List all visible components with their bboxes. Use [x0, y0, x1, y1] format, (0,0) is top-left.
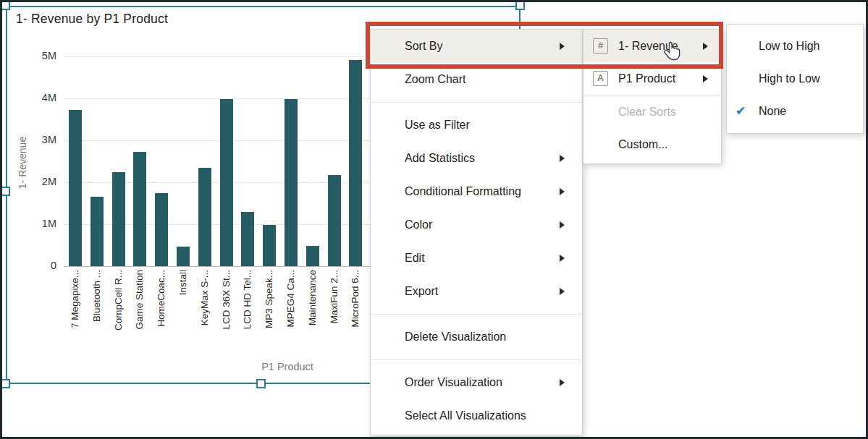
menu-item-label: Color — [405, 218, 432, 231]
submenu-arrow-icon — [560, 255, 565, 262]
bar-1[interactable] — [90, 197, 104, 266]
bar-9[interactable] — [263, 225, 276, 266]
bar-10[interactable] — [285, 99, 298, 266]
x-tick-label: MP3 Speak... — [264, 270, 275, 364]
bar-8[interactable] — [241, 212, 254, 266]
menu-item-label: Add Statistics — [405, 152, 475, 164]
menu-item-high-to-low[interactable]: High to Low — [727, 62, 863, 95]
x-tick-label: CompCell R... — [113, 270, 125, 364]
x-tick-label: LCD 36X St... — [221, 270, 232, 364]
submenu-arrow-icon — [560, 221, 565, 229]
x-tick-label: MPEG4 Ca... — [285, 270, 297, 364]
bar-12[interactable] — [328, 175, 341, 266]
selection-handle[interactable] — [1, 1, 10, 10]
menu-item-label: Conditional Formatting — [405, 185, 521, 197]
menu-item-label: Zoom Chart — [405, 73, 465, 85]
selection-border-top — [6, 6, 521, 7]
y-tick-label: 4M — [20, 92, 56, 103]
bar-11[interactable] — [306, 246, 319, 266]
menu-item-label: None — [759, 105, 786, 117]
submenu-arrow-icon — [560, 379, 565, 386]
bar-7[interactable] — [220, 99, 233, 266]
menu-item-order-visualization[interactable]: Order Visualization — [371, 366, 582, 399]
menu-item-label: Use as Filter — [405, 119, 470, 131]
sort-direction-submenu: Low to HighHigh to Low✔None — [726, 24, 864, 134]
bar-13[interactable] — [349, 60, 362, 266]
submenu-arrow-icon — [560, 188, 565, 195]
bar-2[interactable] — [112, 172, 125, 266]
text-type-icon: A — [593, 71, 608, 86]
menu-item-label: Custom... — [618, 138, 667, 150]
x-tick-label: Bluetooth ... — [91, 270, 103, 364]
menu-item-add-statistics[interactable]: Add Statistics — [371, 142, 582, 175]
x-tick-label: Game Station — [134, 270, 146, 364]
x-tick-label: 7 Megapixe... — [69, 270, 81, 364]
menu-item-label: High to Low — [759, 72, 820, 85]
menu-item-export[interactable]: Export — [371, 275, 582, 308]
menu-item-none[interactable]: ✔None — [727, 95, 863, 127]
menu-item-low-to-high[interactable]: Low to High — [727, 30, 863, 62]
check-icon: ✔ — [736, 95, 746, 127]
selection-handle[interactable] — [1, 187, 10, 196]
x-axis-title: P1 Product — [244, 361, 331, 372]
selection-handle[interactable] — [515, 1, 525, 10]
selection-handle[interactable] — [1, 379, 10, 388]
submenu-arrow-icon — [703, 75, 708, 82]
context-menu: Sort ByZoom ChartUse as FilterAdd Statis… — [370, 29, 583, 435]
cursor-pointer-icon — [663, 41, 683, 62]
menu-item-use-as-filter[interactable]: Use as Filter — [371, 108, 582, 142]
bar-4[interactable] — [155, 193, 168, 267]
y-axis-title: 1- Revenue — [17, 119, 28, 206]
x-tick-label: MaxiFun 2... — [329, 270, 340, 364]
x-tick-label: HomeCoac... — [156, 270, 167, 364]
menu-item-clear-sorts: Clear Sorts — [583, 95, 721, 128]
x-tick-label: Install — [177, 270, 189, 364]
menu-separator — [371, 314, 582, 315]
y-tick-label: 2M — [20, 176, 56, 187]
menu-item-label: Delete Visualization — [405, 331, 506, 343]
bar-5[interactable] — [177, 247, 190, 266]
y-tick-label: 1M — [20, 218, 56, 229]
chart-title: 1- Revenue by P1 Product — [16, 12, 168, 27]
x-tick-label: Maintenance — [307, 270, 319, 364]
menu-separator — [371, 359, 582, 360]
x-tick-label: MicroPod 6... — [350, 270, 361, 364]
menu-item-select-all-visualizations[interactable]: Select All Visualizations — [371, 399, 582, 432]
bar-3[interactable] — [133, 152, 146, 266]
menu-item-label: Select All Visualizations — [405, 409, 526, 422]
menu-item-edit[interactable]: Edit — [371, 242, 582, 275]
menu-item-label: P1 Product — [618, 72, 675, 85]
menu-item-conditional-formatting[interactable]: Conditional Formatting — [371, 175, 582, 208]
menu-separator — [371, 102, 582, 103]
menu-item-delete-visualization[interactable]: Delete Visualization — [371, 320, 582, 354]
menu-item-label: Low to High — [759, 40, 820, 52]
y-tick-label: 0 — [20, 260, 56, 271]
submenu-arrow-icon — [560, 155, 565, 162]
bar-0[interactable] — [69, 110, 82, 266]
submenu-arrow-icon — [560, 288, 565, 295]
x-tick-label: LCD HD Tel... — [242, 270, 253, 364]
y-tick-label: 5M — [20, 50, 56, 61]
menu-item-label: Edit — [405, 252, 425, 264]
selection-handle[interactable] — [256, 379, 266, 388]
y-tick-label: 3M — [20, 134, 56, 145]
menu-item-label: Order Visualization — [405, 376, 502, 388]
menu-item-color[interactable]: Color — [371, 208, 582, 242]
menu-item-custom[interactable]: Custom... — [583, 128, 721, 161]
menu-item-label: Export — [405, 285, 438, 297]
bar-6[interactable] — [198, 168, 211, 266]
menu-item-label: Clear Sorts — [618, 106, 676, 118]
x-tick-label: KeyMax S-... — [199, 270, 211, 364]
screenshot-root: 1- Revenue by P1 Product 1- Revenue 5M4M… — [0, 0, 868, 439]
